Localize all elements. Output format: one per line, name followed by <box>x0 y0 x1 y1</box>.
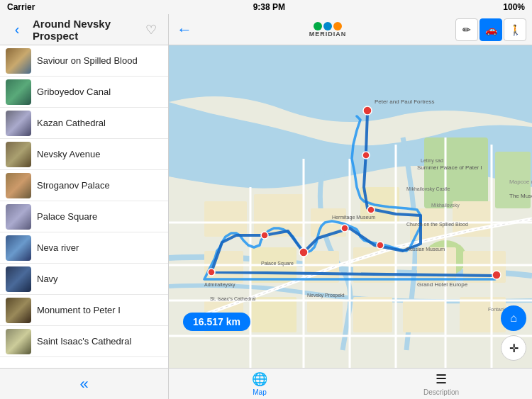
left-footer: « <box>0 368 168 399</box>
map-area[interactable]: Peter and Paul Fortress Summer Palace of… <box>169 45 532 368</box>
svg-point-33 <box>363 106 372 115</box>
svg-point-34 <box>362 152 370 159</box>
list-item-neva[interactable]: Neva river <box>0 232 168 264</box>
tab-description[interactable]: ☰ Description <box>350 369 532 399</box>
svg-rect-19 <box>307 300 343 332</box>
home-button[interactable]: ⌂ <box>501 305 526 331</box>
tab-description-label: Description <box>423 388 459 396</box>
list-item-palace[interactable]: Palace Square <box>0 201 168 232</box>
svg-text:Peter and Paul Fortress: Peter and Paul Fortress <box>375 99 434 105</box>
chevrons-left-icon[interactable]: « <box>79 375 88 393</box>
svg-point-35 <box>367 206 375 213</box>
places-list: Saviour on Spilled BloodGriboyedov Canal… <box>0 45 168 368</box>
left-header: ‹ Around Nevsky Prospect ♡ <box>0 14 168 45</box>
left-panel: ‹ Around Nevsky Prospect ♡ Saviour on Sp… <box>0 14 169 399</box>
back-button-left[interactable]: ‹ <box>7 20 27 40</box>
label-kazan: Kazan Cathedral <box>37 118 106 128</box>
svg-text:Admiralteysky: Admiralteysky <box>204 282 235 288</box>
label-neva: Neva river <box>37 242 79 253</box>
logo-text: MERIDIAN <box>309 30 347 38</box>
list-item-kazan[interactable]: Kazan Cathedral <box>0 108 168 139</box>
heart-icon[interactable]: ♡ <box>141 20 161 40</box>
thumb-stroganov <box>6 173 31 198</box>
svg-text:Mikhailovsky Castle: Mikhailovsky Castle <box>406 186 450 192</box>
logo-circle-blue <box>323 22 332 30</box>
tab-map-label: Map <box>253 388 266 396</box>
map-toolbar: ← MERIDIAN ✏ 🚗 🚶 <box>169 14 532 45</box>
svg-text:Nevsky Prospekt: Nevsky Prospekt <box>307 293 345 298</box>
panel-title: Around Nevsky Prospect <box>33 18 135 42</box>
svg-text:Mikhailovsky: Mikhailovsky <box>431 203 460 208</box>
right-panel: ← MERIDIAN ✏ 🚗 🚶 <box>169 14 532 399</box>
thumb-navy <box>6 266 31 292</box>
logo-circle-green <box>314 22 322 30</box>
car-mode-button[interactable]: 🚗 <box>480 18 502 41</box>
svg-point-36 <box>377 242 384 249</box>
svg-rect-18 <box>250 297 297 332</box>
thumb-isaac <box>6 329 31 354</box>
svg-text:Grand Hotel Europe: Grand Hotel Europe <box>417 281 468 288</box>
label-stroganov: Stroganov Palace <box>37 180 110 191</box>
walk-mode-button[interactable]: 🚶 <box>504 18 526 41</box>
thumb-neva <box>6 235 31 261</box>
svg-text:Church on the Spilled Blood: Church on the Spilled Blood <box>406 222 468 227</box>
svg-text:Letiny sad: Letiny sad <box>421 158 443 164</box>
list-item-stroganov[interactable]: Stroganov Palace <box>0 170 168 201</box>
svg-rect-22 <box>460 297 506 332</box>
svg-text:Russian Museum: Russian Museum <box>406 247 445 252</box>
svg-text:Palace Square: Palace Square <box>261 261 294 266</box>
carrier-text: Carrier <box>7 2 35 12</box>
svg-point-41 <box>492 271 501 279</box>
label-navy: Navy <box>37 274 58 284</box>
svg-point-38 <box>299 248 308 257</box>
svg-rect-6 <box>254 194 304 237</box>
thumb-nevsky <box>6 142 31 167</box>
svg-point-37 <box>341 225 348 232</box>
svg-rect-2 <box>424 137 488 208</box>
compass-button[interactable]: ✛ <box>501 335 526 361</box>
map-toolbar-buttons: ✏ 🚗 🚶 <box>455 18 532 41</box>
label-nevsky: Nevsky Avenue <box>37 149 100 159</box>
svg-rect-21 <box>403 300 445 332</box>
meridian-logo: MERIDIAN <box>200 22 455 38</box>
thumb-peter <box>6 298 31 323</box>
svg-text:The Museum History of St. Mili: The Museum History of St. Military D... <box>509 193 532 199</box>
status-bar: Carrier 9:38 PM 100% <box>0 0 532 14</box>
svg-text:St. Isaac's Cathedral: St. Isaac's Cathedral <box>210 296 256 301</box>
edit-mode-button[interactable]: ✏ <box>455 18 478 41</box>
list-item-navy[interactable]: Navy <box>0 264 168 295</box>
thumb-canal <box>6 79 31 105</box>
list-item-canal[interactable]: Griboyedov Canal <box>0 77 168 108</box>
thumb-kazan <box>6 111 31 136</box>
list-item-nevsky[interactable]: Nevsky Avenue <box>0 139 168 170</box>
svg-rect-20 <box>353 297 392 332</box>
label-saviour: Saviour on Spilled Blood <box>37 55 138 66</box>
svg-point-39 <box>261 232 268 239</box>
list-item-isaac[interactable]: Saint Isaac's Cathedral <box>0 326 168 357</box>
distance-badge: 16.517 km <box>183 313 250 331</box>
map-back-button[interactable]: ← <box>169 14 200 45</box>
list-item-saviour[interactable]: Saviour on Spilled Blood <box>0 45 168 77</box>
svg-text:Summer Palace of Pater I: Summer Palace of Pater I <box>417 164 482 171</box>
list-item-peter[interactable]: Monument to Peter I <box>0 295 168 326</box>
thumb-palace <box>6 204 31 230</box>
label-palace: Palace Square <box>37 211 97 222</box>
bottom-tab-bar: 🌐 Map ☰ Description <box>169 368 532 399</box>
battery-text: 100% <box>503 2 525 12</box>
label-isaac: Saint Isaac's Cathedral <box>37 336 131 347</box>
tab-map[interactable]: 🌐 Map <box>169 369 350 399</box>
svg-rect-5 <box>204 201 247 237</box>
list-icon: ☰ <box>436 371 447 387</box>
svg-text:Hermitage Museum: Hermitage Museum <box>332 215 375 220</box>
time-text: 9:38 PM <box>253 2 285 12</box>
thumb-saviour <box>6 48 31 74</box>
logo-circle-orange <box>333 22 342 30</box>
label-canal: Griboyedov Canal <box>37 86 111 97</box>
globe-icon: 🌐 <box>252 371 267 387</box>
svg-text:Маpcoе поле: Маpcoе поле <box>509 179 532 185</box>
label-peter: Monument to Peter I <box>37 305 121 315</box>
svg-point-40 <box>208 269 215 276</box>
